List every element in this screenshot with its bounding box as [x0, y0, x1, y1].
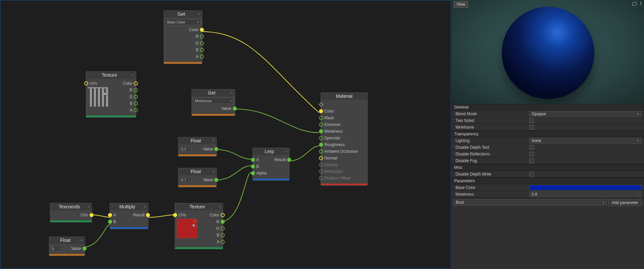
close-icon[interactable]: ×: [80, 239, 83, 242]
refresh-icon[interactable]: ⟳: [105, 88, 107, 91]
close-icon[interactable]: ×: [87, 205, 90, 209]
port-r-out[interactable]: [200, 35, 204, 39]
expand-icon: ⤢: [188, 179, 191, 181]
depth-write-check[interactable]: [529, 172, 534, 177]
depth-test-check[interactable]: [529, 145, 534, 150]
port-b-in[interactable]: [108, 220, 112, 224]
add-parameter-button[interactable]: Add parameter: [608, 199, 642, 206]
float-input[interactable]: 5⤢: [51, 246, 63, 251]
float-input[interactable]: 0.2⤢: [180, 146, 192, 152]
port-r-out[interactable]: [134, 88, 138, 92]
two-sided-check[interactable]: [529, 118, 534, 123]
port-g-out[interactable]: [200, 41, 204, 45]
port-uvs-out[interactable]: [90, 213, 94, 217]
port-a-out[interactable]: [134, 108, 138, 112]
port-a-out[interactable]: [200, 55, 204, 59]
close-icon[interactable]: ×: [230, 91, 233, 95]
view-button[interactable]: View: [453, 1, 468, 8]
port-value-out[interactable]: [83, 247, 87, 251]
port-g-out[interactable]: [134, 95, 138, 99]
texture-preview[interactable]: ⟳🔍: [176, 218, 197, 239]
get-param-select[interactable]: Metalness▾: [193, 98, 233, 104]
port-value-out[interactable]: [214, 147, 218, 151]
close-icon[interactable]: ×: [212, 139, 215, 143]
close-icon[interactable]: ×: [218, 205, 221, 209]
node-title: Get: [165, 11, 197, 17]
node-float-2[interactable]: Float× 0.7⤢ Value: [178, 168, 217, 187]
properties-list[interactable]: General Blend Mode Opaque▾ Two Sided Wri…: [451, 104, 644, 269]
wireframe-check[interactable]: [529, 125, 534, 130]
node-get-basecolor[interactable]: Get× Base Color▾ Color R G B A: [164, 10, 202, 64]
close-icon[interactable]: ×: [143, 205, 147, 209]
port-a-out[interactable]: [221, 240, 225, 244]
port-a-in[interactable]: [251, 158, 255, 162]
node-material[interactable]: Material Color Mask Emissive Metalness S…: [321, 92, 368, 186]
port-r-out[interactable]: [221, 220, 225, 224]
preview-count: 1: [640, 1, 642, 6]
get-param-select[interactable]: Base Color▾: [165, 19, 201, 25]
zoom-icon[interactable]: 🔍: [192, 224, 196, 228]
port-opacity-in[interactable]: [319, 163, 323, 167]
node-multiply[interactable]: Multiply× AResult B: [110, 203, 148, 229]
param-type-select[interactable]: Bool▾: [453, 199, 607, 205]
node-float-3[interactable]: Float× 5⤢ Value: [49, 237, 85, 256]
port-color-out[interactable]: [200, 28, 204, 32]
node-texcoords[interactable]: Texcoords× UVs: [50, 203, 92, 222]
chevron-down-icon: ▾: [230, 99, 232, 103]
lighting-select[interactable]: None▾: [529, 138, 641, 144]
port-value-out[interactable]: [214, 178, 218, 182]
node-title: Texture: [176, 204, 218, 209]
port-a-in[interactable]: [108, 213, 112, 217]
port-metalness-in[interactable]: [319, 129, 323, 133]
chevron-down-icon: ▾: [637, 139, 639, 142]
port-ao-in[interactable]: [319, 149, 323, 153]
close-icon[interactable]: ×: [197, 12, 201, 16]
port-g-out[interactable]: [221, 226, 225, 230]
port-color-out[interactable]: [134, 81, 138, 85]
port-value-out[interactable]: [233, 107, 237, 111]
port-roughness-in[interactable]: [319, 143, 323, 147]
close-icon[interactable]: ×: [284, 150, 288, 153]
metalness-input[interactable]: 0.8⤢: [529, 191, 641, 197]
node-float-1[interactable]: Float× 0.2⤢ Value: [178, 137, 217, 156]
expand-icon: ⤢: [188, 148, 191, 150]
port-refraction-in[interactable]: [319, 170, 323, 174]
port-uvs-in[interactable]: [84, 81, 88, 85]
base-color-swatch[interactable]: [529, 185, 641, 190]
close-icon[interactable]: ×: [131, 73, 135, 77]
port-normal-in[interactable]: [319, 156, 323, 160]
node-title: Float: [180, 169, 212, 174]
port-color-in[interactable]: [319, 109, 323, 113]
port-uvs-in[interactable]: [173, 213, 177, 217]
node-texture-1[interactable]: Texture× UVs ⟳🔍 Color R G B A: [86, 71, 136, 118]
port-b-out[interactable]: [134, 102, 138, 106]
port-posoff-in[interactable]: [319, 176, 323, 180]
blend-mode-select[interactable]: Opaque▾: [529, 111, 641, 117]
port-result-out[interactable]: [146, 213, 150, 217]
port-b-out[interactable]: [200, 48, 204, 52]
port-color-out[interactable]: [221, 213, 225, 217]
chevron-down-icon: ▾: [197, 20, 199, 24]
material-preview[interactable]: View 1: [451, 0, 644, 104]
port-b-in[interactable]: [251, 164, 255, 169]
texture-preview[interactable]: ⟳🔍: [88, 87, 108, 107]
port-emissive-in[interactable]: [319, 123, 323, 127]
expand-icon: ⤢: [59, 248, 62, 250]
port-alpha-in[interactable]: [251, 171, 255, 175]
node-texture-2[interactable]: Texture× UVs ⟳🔍 Color R G B A: [175, 203, 223, 249]
float-input[interactable]: 0.7⤢: [180, 177, 192, 183]
fog-check[interactable]: [529, 158, 534, 163]
node-lerp[interactable]: Lerp× AResult B Alpha: [253, 148, 289, 181]
port-result-out[interactable]: [287, 158, 291, 162]
port-mask-in[interactable]: [319, 116, 323, 120]
cube-icon[interactable]: [632, 1, 638, 6]
close-icon[interactable]: ×: [212, 170, 215, 174]
node-graph-canvas[interactable]: Texture× UVs ⟳🔍 Color R G B A Get× Base …: [0, 0, 451, 269]
refresh-icon[interactable]: ⟳: [194, 219, 196, 223]
port-b-out[interactable]: [221, 233, 225, 237]
node-get-metalness[interactable]: Get× Metalness▾ Value: [192, 89, 235, 116]
zoom-icon[interactable]: 🔍: [103, 92, 107, 96]
port-specular-in[interactable]: [319, 136, 323, 140]
exec-port[interactable]: [319, 102, 323, 107]
reflections-check[interactable]: [529, 152, 534, 156]
